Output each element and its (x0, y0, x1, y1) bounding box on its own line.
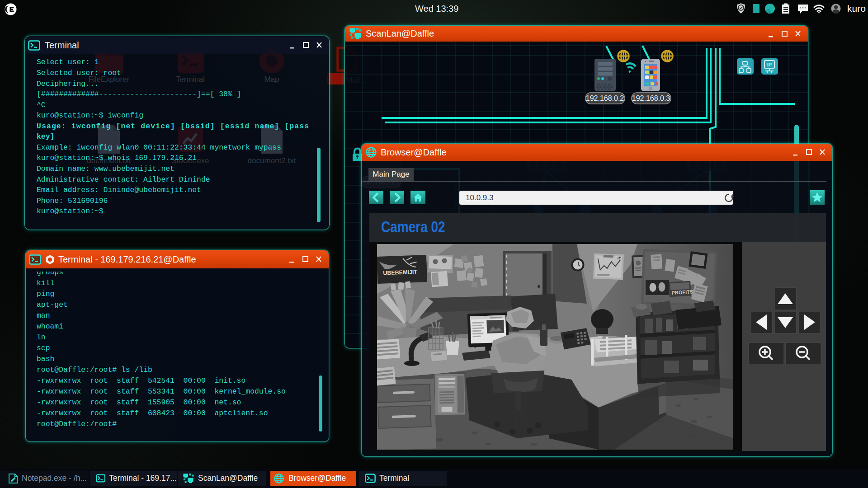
svg-text:IP: IP (767, 62, 772, 67)
svg-text:10.0.9.3: 10.0.9.3 (466, 193, 493, 202)
svg-text:192.168.0.3: 192.168.0.3 (632, 94, 670, 102)
svg-text:192.168.0.2: 192.168.0.2 (586, 94, 624, 102)
svg-text:UBEBEMIJIT: UBEBEMIJIT (383, 269, 418, 277)
svg-text:PROFITS: PROFITS (671, 289, 693, 295)
